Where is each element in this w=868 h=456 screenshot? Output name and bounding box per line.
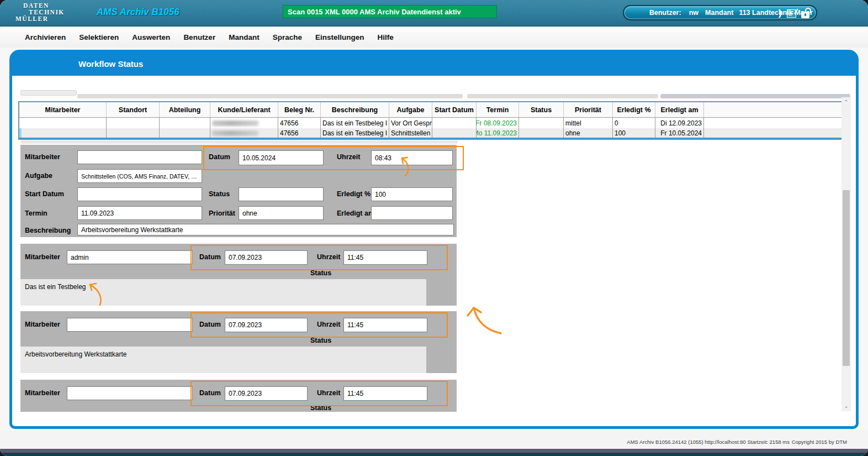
annotation-rect-datum-uhrzeit: [190, 381, 448, 406]
status-note: Das ist ein Testbeleg: [20, 279, 426, 306]
beschreibung-label: Beschreibung: [25, 227, 71, 234]
col-aufgabe[interactable]: Aufgabe: [389, 102, 432, 117]
service-status-banner: Scan 0015 XML 0000 AMS Archiv Datendiens…: [283, 5, 497, 18]
dtm-logo: DATEN TECHNIK MÜLLER: [15, 2, 65, 22]
aufgabe-label: Aufgabe: [25, 172, 52, 180]
status-footer: AMS Archiv B1056.24142 (1055) http://loc…: [0, 430, 868, 449]
menu-mandant[interactable]: Mandant: [229, 33, 260, 41]
status-note: Arbeitsvorbereitung Werkstattkarte: [20, 347, 426, 373]
col-filler: [704, 102, 841, 117]
panel-title: Workflow Status: [12, 53, 856, 76]
h-scrollbar-thumb[interactable]: [660, 94, 850, 98]
scroll-up-icon[interactable]: ⌃: [841, 98, 851, 106]
mitarbeiter-label: Mitarbeiter: [25, 321, 60, 328]
annotation-arrow-note: [84, 281, 105, 306]
col-termin[interactable]: Termin: [477, 102, 519, 117]
col-mitarbeiter[interactable]: Mitarbeiter: [19, 102, 107, 117]
col-kunde[interactable]: Kunde/Lieferant: [210, 102, 278, 117]
menu-bar: Archivieren Selektieren Auswerten Benutz…: [0, 27, 868, 48]
status-input[interactable]: [239, 187, 324, 201]
unlock-icon[interactable]: [801, 12, 809, 18]
erledigt-pct-input[interactable]: [371, 187, 453, 201]
selection-marker: [19, 128, 22, 138]
footer-copyright: Copyright 2015 by DTM: [792, 439, 847, 445]
menu-archivieren[interactable]: Archivieren: [25, 33, 66, 41]
logo-line: MÜLLER: [15, 15, 65, 22]
col-standort[interactable]: Standort: [107, 102, 160, 117]
col-beleg-nr[interactable]: Beleg Nr.: [278, 102, 321, 117]
erledigt-am-input[interactable]: [371, 206, 453, 220]
scroll-down-icon[interactable]: ⌄: [841, 402, 851, 410]
title-band: DATEN TECHNIK MÜLLER AMS Archiv B1056 Sc…: [0, 0, 868, 27]
status-label: Status: [209, 190, 230, 198]
table-header-row: Mitarbeiter Standort Abteilung Kunde/Lie…: [19, 102, 841, 118]
col-abteilung[interactable]: Abteilung: [160, 102, 210, 117]
prioritaet-label: Priorität: [209, 209, 235, 217]
erledigt-pct-label: Erledigt %: [337, 190, 371, 198]
annotation-rect-datum-uhrzeit: [190, 312, 448, 338]
table-row-selected[interactable]: 47656 Das ist ein Testbeleg I Schnittste…: [19, 128, 841, 139]
h-scrollbar[interactable]: [20, 90, 77, 96]
user-session-pill[interactable]: Benutzer: nw Mandant 113 Landtechnik Mai…: [623, 5, 817, 20]
h-scrollbar[interactable]: [467, 94, 658, 98]
menu-selektieren[interactable]: Selektieren: [79, 33, 119, 41]
menu-hilfe[interactable]: Hilfe: [377, 33, 393, 41]
logo-line: DATEN: [23, 2, 65, 9]
status-label: Status: [310, 337, 331, 344]
erledigt-am-label: Erledigt am: [337, 209, 374, 217]
menu-sprache[interactable]: Sprache: [273, 33, 302, 41]
footer-info: AMS Archiv B1056.24142 (1055) http://loc…: [627, 439, 790, 445]
mitarbeiter-input[interactable]: [77, 150, 202, 164]
termin-label: Termin: [25, 209, 47, 217]
col-erledigt-am[interactable]: Erledigt am: [655, 102, 704, 117]
user-label: Benutzer:: [649, 9, 681, 17]
menu-auswerten[interactable]: Auswerten: [132, 33, 170, 41]
mitarbeiter-label: Mitarbeiter: [25, 153, 60, 161]
window-frame: DATEN TECHNIK MÜLLER AMS Archiv B1056 Sc…: [0, 0, 868, 456]
beschreibung-input[interactable]: [77, 224, 454, 235]
annotation-arrow-big: [467, 301, 505, 336]
workflow-table: Mitarbeiter Standort Abteilung Kunde/Lie…: [18, 101, 843, 140]
menu-einstellungen[interactable]: Einstellungen: [315, 33, 364, 41]
v-scrollbar[interactable]: ⌃ ⌄: [841, 97, 851, 411]
moon-icon[interactable]: ): [779, 8, 782, 18]
col-start-datum[interactable]: Start Datum: [432, 102, 477, 117]
splitter[interactable]: [20, 140, 458, 144]
mitarbeiter-input[interactable]: [67, 386, 193, 400]
prioritaet-input[interactable]: [239, 206, 324, 220]
col-beschreibung[interactable]: Beschreibung: [321, 102, 389, 117]
annotation-arrow-uhrzeit: [396, 155, 415, 177]
mitarbeiter-label: Mitarbeiter: [25, 389, 60, 397]
h-scrollbar[interactable]: [77, 94, 463, 98]
menu-benutzer[interactable]: Benutzer: [183, 33, 215, 41]
col-erledigt-pct[interactable]: Erledigt %: [613, 102, 655, 117]
mitarbeiter-input[interactable]: [67, 250, 193, 264]
annotation-rect-datum-uhrzeit: [190, 245, 448, 270]
annotation-rect-datum-uhrzeit: [203, 146, 464, 170]
logo-line: TECHNIK: [29, 9, 65, 15]
start-datum-label: Start Datum: [25, 190, 64, 198]
window-bottom-frame: [0, 449, 868, 456]
col-prioritaet[interactable]: Priorität: [564, 102, 613, 117]
v-scrollbar-thumb[interactable]: [843, 190, 850, 366]
start-datum-input[interactable]: [77, 187, 202, 201]
user-value: nw: [689, 9, 698, 17]
app-title: AMS Archiv B1056: [97, 7, 179, 18]
mitarbeiter-input[interactable]: [67, 318, 193, 332]
notes-icon[interactable]: [787, 9, 796, 18]
termin-input[interactable]: [77, 206, 202, 220]
redacted-customer: [210, 118, 278, 128]
col-status[interactable]: Status: [519, 102, 564, 117]
status-label: Status: [310, 269, 331, 277]
mitarbeiter-label: Mitarbeiter: [25, 253, 60, 261]
mandant-label: Mandant: [705, 9, 733, 17]
app-window: DATEN TECHNIK MÜLLER AMS Archiv B1056 Sc…: [0, 0, 868, 456]
redacted-customer: [210, 128, 278, 138]
aufgabe-input[interactable]: [77, 169, 202, 183]
table-row[interactable]: 47656 Das ist ein Testbeleg I Vor Ort Ge…: [19, 118, 841, 128]
